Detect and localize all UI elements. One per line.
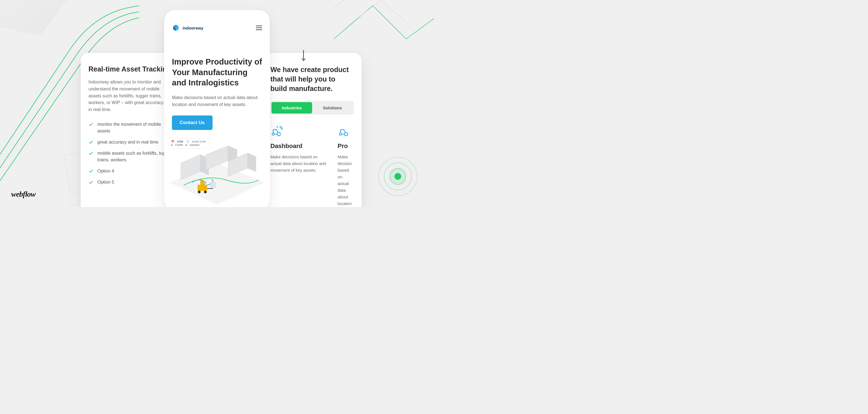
tile-pro-peek[interactable]: Pro Make decisions based on actual data … [338,126,352,207]
tab-group: Industries Solutions [271,101,354,115]
asset-tracking-bullets: monitor the movement of mobile assets gr… [89,121,173,186]
svg-point-10 [339,133,342,135]
svg-rect-0 [197,185,207,191]
burger-line-icon [256,28,262,28]
arrow-down-icon [301,50,306,61]
brand-name: indoorway [183,26,204,30]
svg-point-9 [344,132,348,136]
asset-tracking-title: Real-time Asset Tracking [89,65,173,73]
svg-point-7 [277,132,280,136]
brand-logo[interactable]: indoorway [172,24,204,32]
tab-industries[interactable]: Industries [272,102,312,114]
check-icon [89,169,93,174]
bullet-text: mobile assets such as forklifts, tugger … [97,150,173,163]
bullet-item: monitor the movement of mobile assets [89,121,173,134]
bg-radar-decoration [378,157,417,196]
bullet-item: mobile assets such as forklifts, tugger … [89,150,173,163]
tile-title: Dashboard [271,142,327,150]
bullet-text: great accuracy and in real time [97,139,158,146]
menu-button[interactable] [256,26,262,30]
bullet-text: Option 5 [97,179,114,186]
pro-forklift-icon [338,126,352,137]
tile-desc: Make decisions based on actual data abou… [338,154,352,207]
svg-point-8 [272,133,274,135]
bullet-item: Option 4 [89,168,173,174]
bullet-item: Option 5 [89,179,173,186]
bullet-item: great accuracy and in real time [89,139,173,146]
tile-title: Pro [338,142,352,150]
svg-point-3 [204,191,207,193]
hero-title: Improve Productivity of Your Manufacturi… [172,57,262,88]
svg-rect-4 [207,188,213,189]
svg-rect-1 [200,180,204,185]
product-headline: We have create product that will help yo… [271,65,352,93]
check-icon [89,151,93,156]
contact-us-button[interactable]: Contact Us [172,116,213,130]
check-icon [89,122,93,127]
indoorway-cube-icon [172,24,180,32]
illustration-legend: 📅27/05🕑14:20–14:30 ForkliftOperator [168,138,209,149]
svg-point-2 [198,191,200,193]
phone-mockup: indoorway Improve Productivity of Your M… [164,10,270,207]
burger-line-icon [256,30,262,30]
tile-desc: Make decisions based on actual data abou… [271,154,327,173]
svg-rect-5 [211,183,216,188]
tab-solutions[interactable]: Solutions [312,102,353,114]
webflow-badge[interactable]: webflow [11,190,36,199]
tile-dashboard[interactable]: Dashboard Make decisions based on actual… [271,126,327,207]
warehouse-illustration: 📅27/05🕑14:20–14:30 ForkliftOperator [164,138,270,207]
asset-tracking-description: Indoorway allows you to monitor and unde… [89,79,173,113]
check-icon [89,140,93,145]
burger-line-icon [256,26,262,26]
bg-cube-decoration [0,0,67,50]
hero-subtitle: Make decisions based on actual data abou… [172,94,262,108]
bullet-text: Option 4 [97,168,114,174]
dashboard-forklift-icon [271,126,327,137]
bullet-text: monitor the movement of mobile assets [97,121,173,134]
check-icon [89,180,93,185]
